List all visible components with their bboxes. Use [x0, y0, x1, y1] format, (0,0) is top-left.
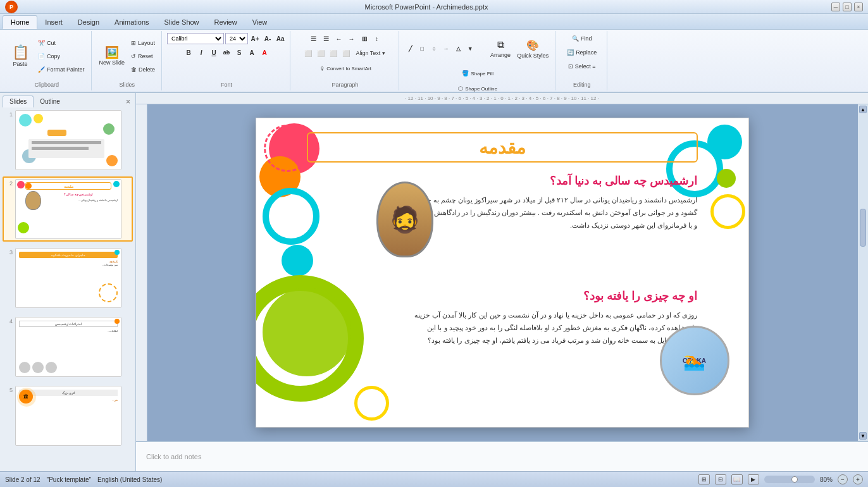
archimedes-portrait: 🧔: [376, 182, 440, 264]
cut-button[interactable]: ✂️ Cut: [35, 37, 87, 49]
slideshow-button[interactable]: ▶: [748, 474, 759, 484]
circle-yellow-outline-bottom: [354, 386, 389, 421]
reading-view-button[interactable]: 📖: [731, 474, 743, 484]
slide-thumbnail-2[interactable]: 2 مقدمه ارشمیدس چه سالی؟ ارشمیدس دانشمند…: [3, 176, 133, 242]
tab-design[interactable]: Design: [70, 15, 107, 29]
ribbon: 📋 Paste ✂️ Cut 📄 Copy 🖌️ Format Painter …: [0, 30, 868, 93]
clipboard-label: Clipboard: [6, 82, 87, 89]
new-slide-button[interactable]: 🖼️ New Slide: [97, 39, 128, 74]
slide-thumbnail-3[interactable]: 3 ماجرای ماموریت باشکوه تاریخچه متن توضی…: [3, 245, 133, 311]
minimize-button[interactable]: ─: [831, 3, 840, 11]
slide-thumbnail-4[interactable]: 4 اختراعات ارشمیدس اطلاعات...: [3, 314, 133, 379]
convert-smartart-button[interactable]: ⧬ Convert to SmartArt: [316, 62, 374, 75]
maximize-button[interactable]: □: [843, 3, 852, 11]
slide-preview-3: ماجرای ماموریت باشکوه تاریخچه متن توضیحا…: [15, 248, 121, 308]
zoom-slider[interactable]: [764, 476, 815, 483]
close-button[interactable]: ×: [854, 3, 863, 11]
align-text-button[interactable]: Align Text ▾: [353, 47, 387, 59]
bold-button[interactable]: B: [183, 47, 194, 58]
section1: ارشمیدس چه سالی به دنیا آمد؟ ارشمیدس دان…: [414, 174, 698, 231]
arrange-button[interactable]: ⧉ Arrange: [488, 33, 513, 65]
scroll-thumb[interactable]: [860, 209, 866, 247]
normal-view-button[interactable]: ⊞: [698, 474, 710, 484]
tab-insert[interactable]: Insert: [37, 15, 70, 29]
reset-icon: ↺: [131, 53, 136, 59]
replace-button[interactable]: 🔄 Replace: [564, 46, 599, 59]
tab-view[interactable]: View: [245, 15, 275, 29]
strikethrough-button[interactable]: ab: [221, 47, 232, 58]
slide-thumbnail-5[interactable]: 5 اثری بزرگ 🏛 متن...: [3, 383, 133, 448]
decrease-font-button[interactable]: A-: [262, 33, 273, 44]
circle-dashed-pink: [264, 125, 311, 172]
align-right-button[interactable]: ⬜: [328, 47, 339, 59]
editing-label: Editing: [561, 82, 603, 89]
slide-sorter-button[interactable]: ⊟: [715, 474, 726, 484]
find-button[interactable]: 🔍 Find: [569, 32, 595, 45]
notes-bar[interactable]: Click to add notes: [136, 441, 868, 471]
font-size-select[interactable]: 24: [225, 33, 248, 44]
scroll-up-button[interactable]: ▲: [859, 106, 867, 113]
increase-font-button[interactable]: A+: [249, 33, 261, 44]
font-name-select[interactable]: Calibri: [167, 33, 224, 44]
slide-thumbnail-1[interactable]: 1: [3, 108, 133, 173]
format-painter-icon: 🖌️: [38, 66, 45, 73]
zoom-thumb[interactable]: [791, 476, 798, 483]
paragraph-group: ☰ ☰ ← → ⊞ ↕ ⬜ ⬜ ⬜ ⬜ Align Text ▾ ⧬ Conve…: [292, 31, 399, 90]
char-spacing-button[interactable]: A: [246, 47, 257, 58]
shadow-button[interactable]: S: [233, 47, 245, 58]
format-painter-button[interactable]: 🖌️ Format Painter: [35, 63, 87, 76]
slides-tab[interactable]: Slides: [3, 96, 34, 108]
slide-panel: Slides Outline × 1: [0, 93, 136, 471]
replace-icon: 🔄: [567, 49, 574, 56]
status-bar: Slide 2 of 12 "Puck template" English (U…: [0, 471, 868, 487]
circle-shape[interactable]: ○: [428, 43, 440, 54]
triangle-shape[interactable]: △: [452, 43, 464, 54]
reset-button[interactable]: ↺ Reset: [128, 50, 158, 63]
numbered-list-button[interactable]: ☰: [321, 33, 332, 44]
justify-button[interactable]: ⬜: [340, 47, 352, 59]
vertical-scrollbar[interactable]: ▲ ▼: [858, 104, 868, 441]
layout-button[interactable]: ⊞ Layout: [128, 37, 158, 49]
align-center-button[interactable]: ⬜: [315, 47, 326, 59]
tab-review[interactable]: Review: [207, 15, 245, 29]
scroll-down-button[interactable]: ▼: [859, 432, 867, 440]
line-shape[interactable]: ╱: [404, 43, 416, 54]
line-spacing-button[interactable]: ↕: [371, 33, 383, 44]
more-shapes[interactable]: ▼: [464, 43, 476, 54]
increase-indent-button[interactable]: →: [346, 33, 357, 44]
select-button[interactable]: ⊡ Select =: [566, 60, 598, 73]
title-bar-text: Microsoft PowerPoint - Archimedes.pptx: [22, 3, 831, 11]
font-color-button[interactable]: A: [259, 47, 270, 58]
decrease-indent-button[interactable]: ←: [333, 33, 345, 44]
shape-outline-button[interactable]: ⬡ Shape Outline: [456, 82, 500, 93]
quick-styles-button[interactable]: 🎨 Quick Styles: [514, 33, 551, 65]
delete-icon: 🗑: [131, 66, 137, 73]
shape-fill-button[interactable]: 🪣 Shape Fill: [459, 67, 496, 80]
paste-button[interactable]: 📋 Paste: [6, 39, 34, 74]
zoom-out-button[interactable]: −: [838, 474, 848, 484]
outline-tab[interactable]: Outline: [34, 96, 66, 107]
arrow-shape[interactable]: →: [440, 43, 452, 54]
copy-button[interactable]: 📄 Copy: [35, 50, 87, 63]
align-left-button[interactable]: ⬜: [302, 47, 314, 59]
language-info: English (United States): [97, 476, 162, 483]
bullet-list-button[interactable]: ☰: [308, 33, 319, 44]
underline-button[interactable]: U: [208, 47, 220, 58]
title-bar: P Microsoft PowerPoint - Archimedes.pptx…: [0, 0, 868, 14]
delete-button[interactable]: 🗑 Delete: [128, 63, 158, 76]
title-box[interactable]: مقدمه: [307, 132, 698, 163]
italic-button[interactable]: I: [195, 47, 207, 58]
rect-shape[interactable]: □: [416, 43, 428, 54]
main-slide[interactable]: مقدمه ارشمیدس چه سالی به دنیا آمد؟ ارشمی…: [256, 118, 749, 428]
font-group: Calibri 24 A+ A- Aa B I U ab S A A Font: [163, 31, 290, 90]
panel-close-button[interactable]: ×: [123, 97, 133, 106]
columns-button[interactable]: ⊞: [359, 33, 370, 44]
change-case-button[interactable]: Aa: [275, 33, 286, 44]
ribbon-tabs: Home Insert Design Animations Slide Show…: [0, 14, 868, 30]
layout-icon: ⊞: [131, 40, 136, 46]
zoom-level: 80%: [820, 476, 833, 483]
tab-slideshow[interactable]: Slide Show: [157, 15, 207, 29]
zoom-in-button[interactable]: +: [853, 474, 863, 484]
tab-animations[interactable]: Animations: [107, 15, 156, 29]
tab-home[interactable]: Home: [3, 15, 37, 29]
